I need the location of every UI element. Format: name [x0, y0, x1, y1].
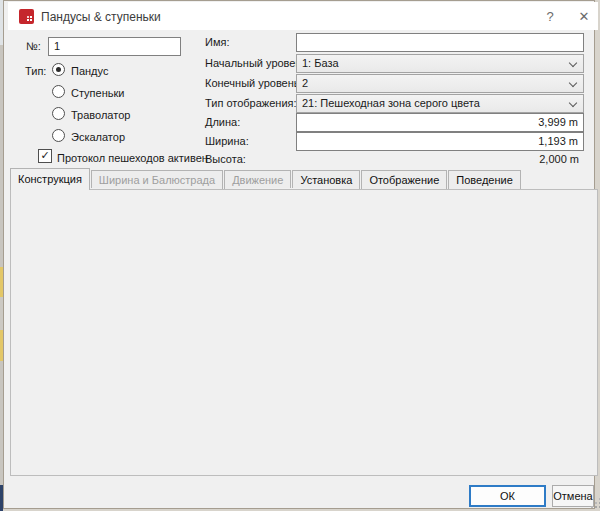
- title-bar: Пандусы & ступеньки ? ✕: [8, 2, 598, 30]
- help-button[interactable]: ?: [535, 3, 565, 30]
- display-type-value: 21: Пешеходная зона серого цвета: [302, 97, 480, 109]
- ramps-steps-dialog: Пандусы & ступеньки ? ✕ №: 1 Тип: Пандус…: [3, 0, 595, 509]
- chevron-down-icon: [569, 79, 577, 87]
- end-level-select[interactable]: 2: [296, 74, 584, 93]
- pedestrian-protocol-label[interactable]: Протокол пешеходов активен: [57, 152, 208, 164]
- radio-ramp[interactable]: [52, 63, 65, 76]
- start-level-select[interactable]: 1: База: [296, 54, 584, 73]
- name-label: Имя:: [205, 36, 229, 48]
- no-input[interactable]: 1: [48, 37, 181, 56]
- radio-steps-label[interactable]: Ступеньки: [71, 87, 124, 99]
- radio-steps[interactable]: [52, 85, 65, 98]
- tab-construction[interactable]: Конструкция: [10, 168, 90, 190]
- tab-width-balustrade[interactable]: Ширина и Балюстрада: [91, 170, 223, 190]
- radio-ramp-label[interactable]: Пандус: [71, 65, 108, 77]
- end-level-value: 2: [302, 77, 308, 89]
- tab-display[interactable]: Отображение: [361, 170, 447, 190]
- tab-strip: Конструкция Ширина и Балюстрада Движение…: [10, 168, 522, 190]
- length-input[interactable]: 3,999 m: [296, 113, 584, 132]
- display-type-label: Тип отображения:: [205, 97, 297, 109]
- end-level-label: Конечный уровень:: [205, 77, 303, 89]
- radio-escalator-label[interactable]: Эскалатор: [71, 131, 125, 143]
- resize-grip-icon[interactable]: [591, 498, 593, 500]
- radio-travolator-label[interactable]: Траволатор: [71, 109, 130, 121]
- construction-tab-page: [10, 189, 598, 476]
- start-level-label: Начальный уровень:: [205, 57, 310, 69]
- radio-travolator[interactable]: [52, 107, 65, 120]
- display-type-select[interactable]: 21: Пешеходная зона серого цвета: [296, 94, 584, 113]
- name-input[interactable]: [296, 33, 584, 52]
- pedestrian-protocol-checkbox[interactable]: [38, 149, 52, 163]
- close-icon[interactable]: ✕: [569, 3, 599, 30]
- start-level-value: 1: База: [302, 57, 339, 69]
- ok-button[interactable]: ОК: [469, 485, 546, 507]
- tab-behavior[interactable]: Поведение: [448, 170, 521, 190]
- no-label: №:: [26, 40, 41, 52]
- height-label: Высота:: [205, 153, 246, 165]
- tab-movement[interactable]: Движение: [224, 170, 291, 190]
- width-label: Ширина:: [205, 135, 249, 147]
- length-label: Длина:: [205, 116, 240, 128]
- window-title: Пандусы & ступеньки: [41, 10, 161, 24]
- cancel-button[interactable]: Отмена: [552, 485, 594, 507]
- chevron-down-icon: [569, 59, 577, 67]
- radio-escalator[interactable]: [52, 129, 65, 142]
- chevron-down-icon: [569, 99, 577, 107]
- width-input[interactable]: 1,193 m: [296, 132, 584, 151]
- app-icon: [19, 9, 34, 24]
- tab-installation[interactable]: Установка: [292, 170, 360, 190]
- height-value: 2,000 m: [296, 153, 579, 165]
- type-label: Тип:: [25, 65, 46, 77]
